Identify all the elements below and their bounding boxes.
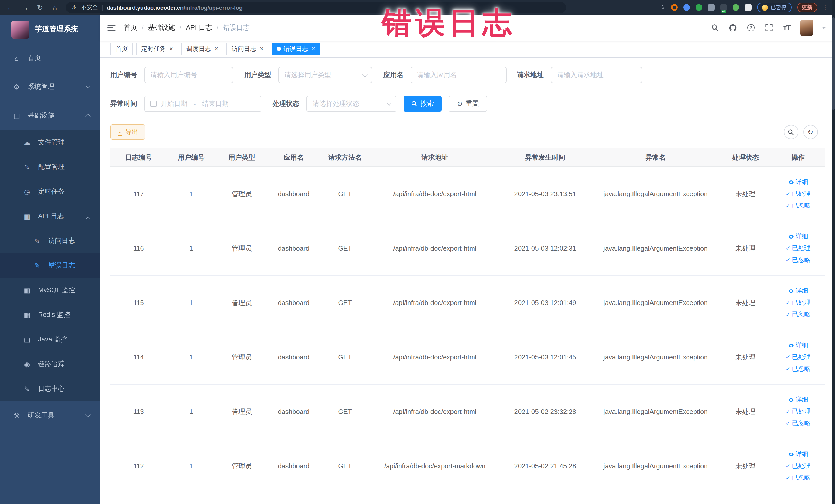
sidebar-item-infrastructure[interactable]: ▤基础设施 bbox=[0, 101, 100, 130]
address-bar[interactable]: ⚠ 不安全 dashboard.yudao.iocoder.cn/infra/l… bbox=[66, 2, 566, 13]
detail-link[interactable]: 详细 bbox=[788, 232, 808, 241]
tab-label: 访问日志 bbox=[231, 44, 256, 53]
sidebar-item-trace[interactable]: ◉链路追踪 bbox=[0, 352, 100, 377]
breadcrumb-item[interactable]: API 日志 bbox=[186, 23, 212, 32]
mark-ignored-link[interactable]: ✓已忽略 bbox=[786, 310, 810, 319]
help-icon[interactable]: ? bbox=[746, 23, 755, 32]
extension-grid[interactable] bbox=[708, 4, 715, 11]
sidebar-item-config-management[interactable]: ✎配置管理 bbox=[0, 155, 100, 179]
main-area: 首页/基础设施/API 日志/错误日志 ? тT bbox=[100, 15, 835, 504]
sidebar-item-home[interactable]: ⌂首页 bbox=[0, 44, 100, 73]
fullscreen-icon[interactable] bbox=[764, 23, 773, 32]
eye-icon: ◉ bbox=[23, 360, 31, 368]
extension-orange-ring[interactable] bbox=[671, 4, 678, 11]
mark-processed-link[interactable]: ✓已处理 bbox=[786, 353, 810, 362]
home-icon[interactable]: ⌂ bbox=[51, 4, 59, 11]
close-icon[interactable]: × bbox=[169, 45, 173, 53]
mark-ignored-link[interactable]: ✓已忽略 bbox=[786, 201, 810, 210]
extension-white-star[interactable] bbox=[745, 4, 752, 11]
search-icon[interactable] bbox=[710, 23, 719, 32]
process-status-select[interactable]: 请选择处理状态 bbox=[306, 96, 396, 112]
update-button[interactable]: 更新 bbox=[797, 3, 817, 12]
detail-link[interactable]: 详细 bbox=[788, 450, 808, 459]
mark-ignored-link[interactable]: ✓已忽略 bbox=[786, 256, 810, 264]
user-id-input[interactable]: 请输入用户编号 bbox=[144, 67, 233, 83]
breadcrumb-item[interactable]: 首页 bbox=[124, 23, 137, 32]
mark-ignored-link[interactable]: ✓已忽略 bbox=[786, 473, 810, 482]
tab-error-log[interactable]: 错误日志× bbox=[271, 42, 320, 55]
mark-processed-link[interactable]: ✓已处理 bbox=[786, 298, 810, 307]
detail-link[interactable]: 详细 bbox=[788, 286, 808, 295]
paused-badge[interactable]: 已暂停 bbox=[757, 3, 791, 12]
action-label: 已处理 bbox=[792, 407, 810, 416]
github-icon[interactable] bbox=[728, 23, 737, 32]
table-toolbar: ↓ 导出 ↻ bbox=[110, 124, 825, 140]
user-type-select[interactable]: 请选择用户类型 bbox=[278, 67, 372, 83]
detail-link[interactable]: 详细 bbox=[788, 178, 808, 186]
breadcrumb-item[interactable]: 基础设施 bbox=[148, 23, 175, 32]
forward-icon[interactable]: → bbox=[21, 4, 29, 11]
mark-processed-link[interactable]: ✓已处理 bbox=[786, 462, 810, 470]
mark-processed-link[interactable]: ✓已处理 bbox=[786, 244, 810, 253]
detail-link[interactable]: 详细 bbox=[788, 341, 808, 350]
sidebar-item-error-log[interactable]: ✎错误日志 bbox=[0, 253, 100, 278]
tab-home[interactable]: 首页 bbox=[110, 42, 133, 55]
sidebar-item-dev-tools[interactable]: ⚒研发工具 bbox=[0, 401, 100, 430]
logo-row[interactable]: 芋道管理系统 bbox=[0, 15, 100, 44]
java-icon: ▢ bbox=[23, 336, 31, 343]
close-icon[interactable]: × bbox=[215, 45, 218, 53]
show-search-button[interactable] bbox=[784, 125, 798, 139]
sidebar-item-label: 访问日志 bbox=[48, 236, 75, 245]
cell-exception: java.lang.IllegalArgumentException bbox=[591, 167, 720, 221]
export-button[interactable]: ↓ 导出 bbox=[110, 124, 145, 140]
sidebar-item-log-center[interactable]: ✎日志中心 bbox=[0, 377, 100, 401]
chevron-down-icon[interactable] bbox=[822, 26, 826, 29]
date-range-picker[interactable]: 开始日期 - 结束日期 bbox=[144, 96, 261, 112]
active-dot bbox=[277, 47, 281, 51]
sidebar-item-scheduled-tasks[interactable]: ◷定时任务 bbox=[0, 179, 100, 204]
tab-access-log[interactable]: 访问日志× bbox=[226, 42, 268, 55]
detail-link[interactable]: 详细 bbox=[788, 396, 808, 404]
request-url-label: 请求地址 bbox=[517, 70, 544, 80]
mark-processed-link[interactable]: ✓已处理 bbox=[786, 189, 810, 198]
cell-actions: 详细✓已处理✓已忽略 bbox=[771, 276, 825, 330]
hamburger-icon[interactable] bbox=[107, 24, 116, 31]
sidebar-item-file-management[interactable]: ☁文件管理 bbox=[0, 130, 100, 155]
check-icon: ✓ bbox=[786, 409, 790, 415]
mark-ignored-link[interactable]: ✓已忽略 bbox=[786, 419, 810, 428]
request-url-input[interactable]: 请输入请求地址 bbox=[551, 67, 642, 83]
tab-schedule-log[interactable]: 调度日志× bbox=[181, 42, 223, 55]
close-icon[interactable]: × bbox=[260, 45, 263, 53]
back-icon[interactable]: ← bbox=[6, 4, 14, 11]
search-button[interactable]: 搜索 bbox=[404, 96, 442, 112]
cell-actions: 详细✓已处理✓已忽略 bbox=[771, 384, 825, 439]
sidebar-item-label: 链路追踪 bbox=[38, 360, 65, 369]
refresh-table-button[interactable]: ↻ bbox=[803, 125, 817, 139]
request-url-placeholder: 请输入请求地址 bbox=[557, 70, 604, 80]
app-name-input[interactable]: 请输入应用名 bbox=[411, 67, 507, 83]
extension-green-leaf[interactable] bbox=[733, 4, 739, 11]
reset-button[interactable]: ↻ 重置 bbox=[449, 96, 487, 112]
bookmark-star-icon[interactable]: ☆ bbox=[659, 4, 665, 11]
sidebar-item-redis-monitor[interactable]: ▦Redis 监控 bbox=[0, 302, 100, 327]
extension-green-circle[interactable] bbox=[696, 4, 702, 11]
sidebar-item-api-log[interactable]: ▣API 日志 bbox=[0, 204, 100, 228]
extension-blue-drop[interactable] bbox=[683, 4, 690, 11]
sidebar-item-system-management[interactable]: ⚙系统管理 bbox=[0, 73, 100, 101]
extension-stripes[interactable]: off bbox=[720, 4, 727, 11]
close-icon[interactable]: × bbox=[312, 45, 315, 53]
mark-ignored-link[interactable]: ✓已忽略 bbox=[786, 365, 810, 373]
tab-scheduled-tasks[interactable]: 定时任务× bbox=[136, 42, 178, 55]
avatar[interactable] bbox=[800, 20, 813, 36]
cell-exception: java.lang.IllegalArgumentException bbox=[591, 276, 720, 330]
sidebar-item-java-monitor[interactable]: ▢Java 监控 bbox=[0, 327, 100, 352]
scrollbar-thumb[interactable] bbox=[832, 18, 834, 110]
action-label: 已忽略 bbox=[792, 473, 810, 482]
font-size-icon[interactable]: тT bbox=[782, 23, 791, 32]
sidebar-item-mysql-monitor[interactable]: ▥MySQL 监控 bbox=[0, 278, 100, 302]
mark-processed-link[interactable]: ✓已处理 bbox=[786, 407, 810, 416]
browser-menu-icon[interactable]: ⋮ bbox=[823, 4, 829, 11]
scrollbar[interactable] bbox=[831, 0, 835, 504]
sidebar-item-access-log[interactable]: ✎访问日志 bbox=[0, 228, 100, 253]
reload-icon[interactable]: ↻ bbox=[36, 4, 44, 11]
